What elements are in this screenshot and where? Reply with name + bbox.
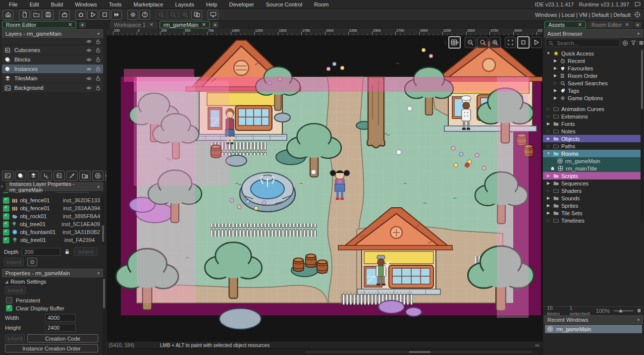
search-input[interactable] [556, 40, 612, 47]
instance-row[interactable]: obj_tree01 inst_FA2394 [3, 236, 100, 244]
instance-creation-order-button[interactable]: Instance Creation Order [5, 344, 98, 353]
zoom-reset-button[interactable] [167, 10, 178, 20]
asset-browser-dropdown[interactable]: Asset Browser ▾ [544, 29, 643, 38]
close-icon[interactable]: ✕ [625, 22, 629, 27]
collapse-left-panel-icon[interactable]: « [0, 183, 3, 189]
tree-sprites[interactable]: ▶Sprites [543, 202, 641, 209]
instance-row[interactable]: obj_fence01 inst_283AA394 [3, 204, 100, 212]
tree-animation-curves[interactable]: ▷Animation Curves [543, 105, 641, 113]
tab-room-editor-right[interactable]: Room Editor ✕ [588, 21, 633, 28]
layer-row-background[interactable]: Background [2, 83, 103, 93]
tree-rm-maintitle[interactable]: rm_mainTitle [543, 165, 641, 172]
canvas-zoom-out-button[interactable] [465, 37, 476, 48]
tree-tile-sets[interactable]: ▶Tile Sets [543, 209, 641, 217]
new-tile-layer-button[interactable] [28, 171, 39, 181]
eye-icon[interactable] [86, 66, 92, 72]
tree-quick-access[interactable]: ▼Quick Access [543, 50, 641, 57]
asset-zoom-slider[interactable] [614, 310, 634, 311]
recent-window-rm-gamemain[interactable]: rm_gameMain [545, 325, 642, 333]
height-input[interactable] [45, 324, 76, 332]
device-manager-button[interactable] [208, 10, 218, 20]
menu-edit[interactable]: Edit [24, 1, 45, 7]
toolbar-drag-handle[interactable]: ⁞ [445, 40, 447, 46]
menu-windows[interactable]: Windows [69, 1, 103, 7]
recent-windows-dropdown[interactable]: Recent Windows ▾ [544, 315, 643, 324]
eye-icon[interactable] [86, 47, 92, 54]
instance-row[interactable]: obj_tree01 inst_5C1AEA09 [3, 220, 100, 228]
zoom-out-button[interactable] [156, 10, 166, 20]
create-executable-button[interactable] [59, 10, 70, 20]
tree-timelines[interactable]: ▷Timelines [543, 217, 641, 224]
eye-icon[interactable] [86, 38, 92, 45]
target-manager-icon[interactable] [634, 11, 641, 18]
tab-workspace-1[interactable]: Workspace 1 ✕ [110, 21, 158, 28]
checkbox-checked[interactable] [3, 229, 9, 236]
fit-to-window-button[interactable] [505, 37, 516, 48]
checkbox-checked[interactable] [3, 197, 9, 204]
room-inherit-button[interactable]: Inherit [5, 286, 26, 295]
laptop-layout-button[interactable] [191, 10, 202, 20]
checkbox-checked[interactable] [3, 237, 9, 243]
close-icon[interactable]: ✕ [578, 22, 582, 27]
build-config-text[interactable]: Windows | Local | VM | Default | Default [535, 12, 631, 18]
asset-search-box[interactable] [545, 39, 620, 47]
layer-row-cutscenes[interactable]: Cutscenes [2, 46, 103, 55]
tree-rm-gamemain[interactable]: rm_gameMain [543, 157, 641, 165]
menu-file[interactable]: File [3, 1, 24, 7]
tree-sounds[interactable]: ▶Sounds [543, 194, 641, 202]
tree-rooms[interactable]: ▼Rooms [543, 150, 641, 157]
add-tab-button-right[interactable]: + [635, 22, 641, 28]
menu-hamburger-icon[interactable] [637, 39, 644, 47]
lock-closed-icon[interactable] [64, 248, 70, 255]
instance-row[interactable]: obj_fountain01 inst_3A31B0B2 [3, 228, 100, 236]
tree-room-order[interactable]: ▶Room Order [543, 72, 641, 79]
menu-developer[interactable]: Developer [223, 1, 260, 7]
persistent-checkbox[interactable] [6, 297, 12, 303]
tree-recent[interactable]: ▶Recent [543, 57, 641, 64]
menu-marketplace[interactable]: Marketplace [127, 1, 169, 7]
lock-icon[interactable] [95, 85, 101, 91]
open-project-button[interactable] [31, 10, 42, 20]
creation-code-button[interactable]: Creation Code [27, 334, 98, 343]
canvas-zoom-in-button[interactable] [489, 37, 501, 48]
menu-help[interactable]: Help [200, 1, 223, 7]
eye-icon[interactable] [86, 85, 92, 91]
game-options-button[interactable] [127, 10, 138, 20]
tree-tags[interactable]: ▶Tags [543, 87, 641, 94]
instances-scrollbar[interactable] [102, 193, 105, 245]
room-canvas[interactable] [107, 35, 542, 341]
menu-room[interactable]: Room [308, 1, 334, 7]
grid-settings-button[interactable]: ▾ [448, 36, 461, 49]
width-input[interactable] [45, 314, 76, 322]
lock-icon[interactable] [95, 66, 101, 72]
help-button[interactable] [139, 10, 150, 20]
lock-icon[interactable] [95, 47, 101, 53]
add-tab-button-left[interactable]: + [79, 22, 86, 28]
feedback-chat-icon[interactable] [634, 1, 641, 8]
checkbox-checked[interactable] [3, 221, 9, 228]
tree-game-options[interactable]: ▶Game Options [543, 94, 641, 102]
clean-button[interactable] [111, 10, 122, 20]
depth-input[interactable] [22, 248, 60, 256]
tree-scripts[interactable]: ▶Scripts [543, 172, 641, 179]
creation-inherit-button[interactable]: Inherit [5, 334, 25, 343]
selection-mode-button[interactable] [517, 36, 530, 49]
add-tab-button-center[interactable]: + [212, 22, 218, 28]
layer-inherit-button[interactable]: Inherit [4, 258, 24, 266]
tab-assets[interactable]: Assets ✕ [544, 21, 586, 28]
debug-button[interactable] [75, 10, 86, 20]
new-folder-button[interactable] [79, 171, 91, 181]
tree-sequences[interactable]: ▶Sequences [543, 179, 641, 187]
goto-target-button[interactable]: ⊙ [27, 258, 37, 266]
tree-paths[interactable]: ▷Paths [543, 142, 641, 150]
close-icon[interactable]: ✕ [68, 22, 72, 27]
filter-icon[interactable] [630, 39, 637, 47]
eye-icon[interactable] [86, 75, 92, 82]
layer-row-blocks[interactable]: Blocks [2, 55, 103, 64]
home-button[interactable] [2, 10, 13, 20]
checkbox-checked[interactable] [3, 205, 9, 212]
close-icon[interactable]: ✕ [150, 22, 154, 27]
preview-room-button[interactable] [531, 37, 542, 48]
layers-dropdown[interactable]: Layers - rm_gameMain ▾ [2, 29, 103, 38]
instances-properties-dropdown[interactable]: Instances Layer Properties - rm_gameMain… [6, 182, 103, 191]
